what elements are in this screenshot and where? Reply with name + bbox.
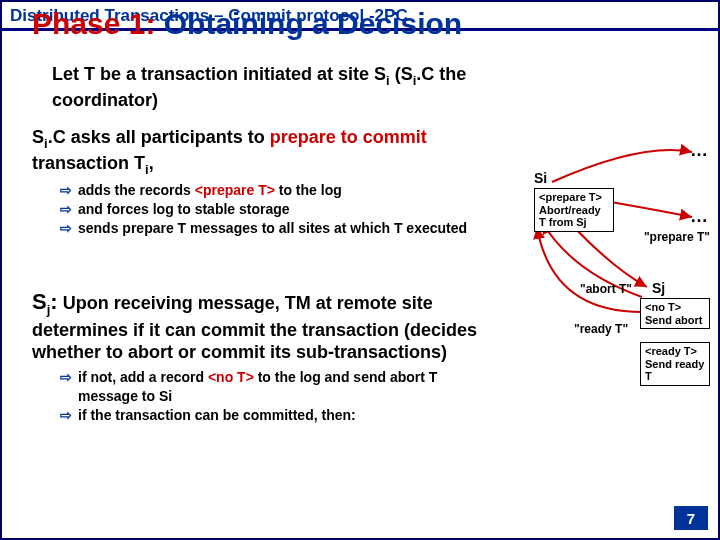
slide-title: Phase 1: Obtaining a Decision [2, 7, 718, 47]
bullet-arrow-icon: ⇨ [60, 368, 72, 406]
bullet-arrow-icon: ⇨ [60, 219, 72, 238]
p1-red: prepare to commit [270, 127, 427, 147]
let-line: Let T be a transaction initiated at site… [52, 63, 512, 111]
diagram: Si <prepare T> Abort/ready T from Sj … …… [492, 112, 712, 432]
let-mid: (S [390, 64, 413, 84]
sic-post: .C [48, 127, 66, 147]
b11a: adds the records [78, 182, 195, 198]
sic-pre: S [32, 127, 44, 147]
diagram-dots-1: … [690, 140, 708, 161]
bullet-arrow-icon: ⇨ [60, 406, 72, 425]
slide: Distributed Transactions – Commit protoc… [0, 0, 720, 540]
b11red: <prepare T> [195, 182, 275, 198]
bullet-arrow-icon: ⇨ [60, 181, 72, 200]
bullet-2-2-text: if the transaction can be committed, the… [78, 406, 356, 425]
b21red: <no T> [208, 369, 254, 385]
b11b: to the log [275, 182, 342, 198]
diagram-no-box: <no T> Send abort [640, 298, 710, 329]
b21sub: i [168, 388, 172, 404]
diagram-ready-box: <ready T> Send ready T [640, 342, 710, 386]
b21c: abort T [390, 369, 437, 385]
p1-t3: , [149, 153, 154, 173]
p1-t1: asks all participants to [66, 127, 270, 147]
para-sic: Si.C asks all participants to prepare to… [32, 126, 502, 178]
diagram-ready-label: "ready T" [574, 322, 628, 336]
diagram-si-box: <prepare T> Abort/ready T from Sj [534, 188, 614, 232]
bullet-2-2: ⇨ if the transaction can be committed, t… [60, 406, 500, 425]
bullet-1-3: ⇨ sends prepare T messages to all sites … [60, 219, 500, 238]
b21d: message to S [78, 388, 168, 404]
bullet-arrow-icon: ⇨ [60, 200, 72, 219]
sj-post: : [50, 289, 57, 314]
bullet-1-2-text: and forces log to stable storage [78, 200, 290, 219]
bullet-1-1-text: adds the records <prepare T> to the log [78, 181, 342, 200]
bullets-1: ⇨ adds the records <prepare T> to the lo… [60, 181, 500, 238]
bullet-2-1: ⇨ if not, add a record <no T> to the log… [60, 368, 500, 406]
diagram-abort-label: "abort T" [580, 282, 632, 296]
p1-t2: transaction T [32, 153, 145, 173]
title-rest: Obtaining a Decision [155, 7, 462, 40]
diagram-si-label: Si [534, 170, 547, 186]
bullets-2: ⇨ if not, add a record <no T> to the log… [60, 368, 500, 425]
sj-body: Upon receiving message, TM at remote sit… [32, 293, 477, 362]
para-sj: Sj: Upon receiving message, TM at remote… [32, 288, 532, 364]
bullet-1-2: ⇨ and forces log to stable storage [60, 200, 500, 219]
b21b: to the log and send [254, 369, 390, 385]
diagram-sj-label: Sj [652, 280, 665, 296]
diagram-dots-2: … [690, 206, 708, 227]
title-phase: Phase 1: [32, 7, 155, 40]
bullet-1-1: ⇨ adds the records <prepare T> to the lo… [60, 181, 500, 200]
sj-pre: S [32, 289, 47, 314]
let-pre: Let T be a transaction initiated at site… [52, 64, 386, 84]
bullet-2-1-text: if not, add a record <no T> to the log a… [78, 368, 500, 406]
sj-lead: Sj: [32, 289, 58, 314]
bullet-1-3-text: sends prepare T messages to all sites at… [78, 219, 467, 238]
diagram-prepare-label: "prepare T" [644, 230, 710, 244]
b21a: if not, add a record [78, 369, 208, 385]
page-number: 7 [674, 506, 708, 530]
